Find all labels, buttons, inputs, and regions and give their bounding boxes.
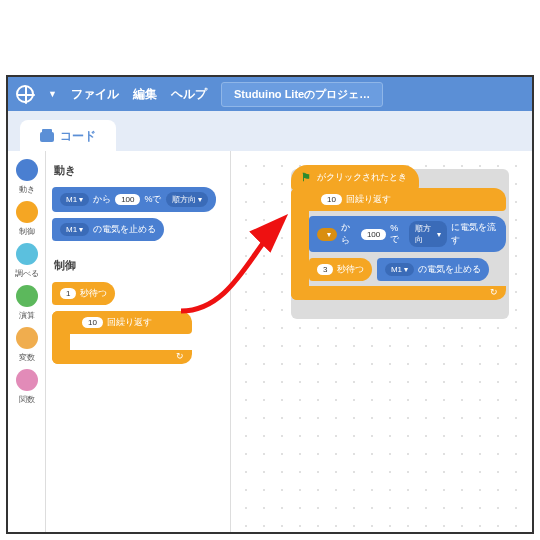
palette-header-motion: 動き	[54, 163, 224, 178]
block-motor-stop[interactable]: M1▾ の電気を止める	[52, 218, 164, 241]
chevron-down-icon[interactable]: ▼	[48, 89, 57, 99]
globe-icon[interactable]	[16, 85, 34, 103]
code-icon	[40, 132, 54, 142]
count-input[interactable]: 10	[82, 317, 103, 328]
category-label: 変数	[8, 352, 45, 363]
project-title[interactable]: Studuino Liteのプロジェ…	[221, 82, 383, 107]
port-dropdown[interactable]: ▾	[317, 228, 337, 241]
category-label: 動き	[8, 184, 45, 195]
script-motor-run[interactable]: ▾ から 100 %で 順方向▾ に電気を流す	[309, 216, 506, 252]
category-sensing[interactable]	[16, 243, 38, 265]
category-label: 関数	[8, 394, 45, 405]
block-repeat[interactable]: 10 回繰り返す ↻	[52, 311, 192, 364]
tab-code[interactable]: コード	[20, 120, 116, 151]
tab-strip: コード	[8, 111, 532, 151]
category-motion[interactable]	[16, 159, 38, 181]
block-palette: 動き M1▾ から 100 %で 順方向▾ M1▾ の電気を止める 制御 1 秒…	[46, 151, 231, 532]
menu-bar: ▼ ファイル 編集 ヘルプ Studuino Liteのプロジェ…	[8, 77, 532, 111]
direction-dropdown[interactable]: 順方向▾	[409, 221, 447, 247]
script-stack[interactable]: ⚑ がクリックされたとき 10 回繰り返す ▾ から 100 %で	[291, 165, 532, 303]
category-label: 演算	[8, 310, 45, 321]
menu-edit[interactable]: 編集	[133, 86, 157, 103]
category-variables[interactable]	[16, 327, 38, 349]
percent-input[interactable]: 100	[115, 194, 140, 205]
port-dropdown[interactable]: M1▾	[385, 263, 414, 276]
count-input[interactable]: 10	[321, 194, 342, 205]
tab-label: コード	[60, 128, 96, 145]
category-operators[interactable]	[16, 285, 38, 307]
seconds-input[interactable]: 1	[60, 288, 76, 299]
category-column: 動き 制御 調べる 演算 変数 関数	[8, 151, 46, 532]
block-wait[interactable]: 1 秒待つ	[52, 282, 115, 305]
script-canvas[interactable]: ⚑ がクリックされたとき 10 回繰り返す ▾ から 100 %で	[231, 151, 532, 532]
palette-header-control: 制御	[54, 258, 224, 273]
port-dropdown[interactable]: M1▾	[60, 193, 89, 206]
percent-input[interactable]: 100	[361, 229, 386, 240]
seconds-input[interactable]: 3	[317, 264, 333, 275]
script-repeat[interactable]: 10 回繰り返す ▾ から 100 %で 順方向▾ に電気を流す	[291, 188, 506, 300]
category-label: 調べる	[8, 268, 45, 279]
menu-file[interactable]: ファイル	[71, 86, 119, 103]
block-motor-run[interactable]: M1▾ から 100 %で 順方向▾	[52, 187, 216, 212]
category-control[interactable]	[16, 201, 38, 223]
hat-when-flag-clicked[interactable]: ⚑ がクリックされたとき	[291, 165, 419, 190]
menu-help[interactable]: ヘルプ	[171, 86, 207, 103]
category-label: 制御	[8, 226, 45, 237]
port-dropdown[interactable]: M1▾	[60, 223, 89, 236]
script-motor-stop[interactable]: M1▾ の電気を止める	[377, 258, 489, 281]
direction-dropdown[interactable]: 順方向▾	[166, 192, 208, 207]
flag-icon: ⚑	[301, 171, 311, 184]
app-window: ▼ ファイル 編集 ヘルプ Studuino Liteのプロジェ… コード 動き…	[6, 75, 534, 534]
category-myblocks[interactable]	[16, 369, 38, 391]
work-area: 動き 制御 調べる 演算 変数 関数 動き M1▾ から 100 %で 順方向▾…	[8, 151, 532, 532]
script-wait[interactable]: 3 秒待つ	[309, 258, 372, 281]
